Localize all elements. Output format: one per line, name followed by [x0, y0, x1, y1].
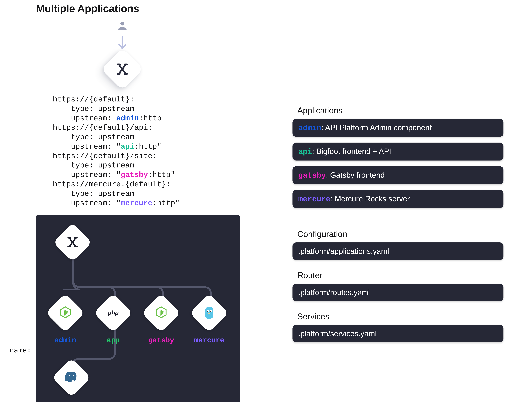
app-card-admin: admin: API Platform Admin component — [292, 119, 503, 137]
svg-point-6 — [210, 311, 211, 312]
route-type: type: upstream — [53, 190, 134, 198]
nodejs-icon — [58, 306, 73, 320]
svg-text:php: php — [108, 309, 119, 316]
routing-icon — [115, 62, 129, 76]
route-upstream-suffix: :http — [139, 114, 161, 123]
graph-label-mercure: mercure — [192, 336, 227, 344]
route-url: https://{default}/site: — [53, 152, 157, 161]
route-url: https://{default}/api: — [53, 124, 152, 132]
route-upstream-prefix: upstream: " — [53, 171, 121, 179]
config-file-path: .platform/applications.yaml — [298, 247, 389, 255]
app-card-gatsby: gatsby: Gatsby frontend — [292, 166, 503, 184]
nodejs-icon — [154, 306, 168, 320]
svg-point-5 — [207, 311, 208, 312]
routing-icon — [66, 236, 79, 249]
configuration-heading: Configuration — [297, 229, 503, 239]
route-upstream-prefix: upstream: " — [53, 142, 121, 151]
route-type: type: upstream — [53, 105, 134, 113]
columns: https://{default}: type: upstream upstre… — [36, 19, 496, 402]
services-file-card: .platform/services.yaml — [292, 325, 503, 342]
app-desc: : API Platform Admin component — [321, 123, 432, 132]
svg-point-0 — [120, 22, 124, 25]
route-upstream-key: admin — [116, 114, 139, 123]
app-card-mercure: mercure: Mercure Rocks server — [292, 190, 503, 208]
routes-code: https://{default}: type: upstream upstre… — [53, 95, 242, 208]
name-key-label: name: — [10, 346, 31, 355]
postgresql-icon — [63, 370, 79, 385]
route-type: type: upstream — [53, 161, 134, 170]
app-key: mercure — [298, 195, 330, 204]
config-file-card: .platform/applications.yaml — [292, 242, 503, 260]
router-file-card: .platform/routes.yaml — [292, 284, 503, 301]
router-node — [101, 48, 144, 90]
route-url: https://{default}: — [53, 95, 134, 104]
slide-title: Multiple Applications — [36, 2, 496, 15]
route-upstream-suffix: :http" — [148, 171, 175, 179]
request-flow — [98, 19, 146, 84]
services-file-path: .platform/services.yaml — [298, 329, 377, 338]
router-file-path: .platform/routes.yaml — [298, 288, 370, 297]
app-key: gatsby — [298, 171, 326, 180]
applications-heading: Applications — [297, 106, 503, 115]
topology-graph: admin php app — [36, 215, 240, 402]
route-upstream-prefix: upstream: — [53, 114, 116, 123]
arrow-down-icon — [117, 36, 128, 50]
route-upstream-suffix: :http" — [134, 142, 162, 151]
graph-label-app: app — [100, 336, 127, 344]
graph-label-gatsby: gatsby — [147, 336, 175, 344]
route-upstream-suffix: :http" — [152, 199, 180, 207]
route-upstream-key: api — [121, 142, 134, 151]
svg-point-8 — [69, 375, 70, 376]
svg-point-7 — [208, 313, 210, 314]
left-column: https://{default}: type: upstream upstre… — [36, 19, 242, 402]
services-heading: Services — [297, 312, 503, 321]
route-upstream-key: mercure — [121, 199, 152, 207]
route-upstream-key: gatsby — [121, 171, 148, 179]
right-column: Applications admin: API Platform Admin c… — [292, 19, 503, 348]
gopher-icon — [203, 305, 215, 321]
app-desc: : Bigfoot frontend + API — [312, 147, 391, 156]
slide: Multiple Applications — [0, 0, 532, 402]
route-upstream-prefix: upstream: " — [53, 199, 121, 207]
app-key: api — [298, 148, 312, 156]
router-heading: Router — [297, 271, 503, 280]
graph-label-admin: admin — [51, 336, 79, 344]
php-icon: php — [104, 308, 122, 318]
svg-point-9 — [73, 375, 74, 376]
app-key: admin — [298, 124, 321, 132]
app-desc: : Gatsby frontend — [326, 171, 385, 179]
app-desc: : Mercure Rocks server — [330, 194, 410, 203]
user-icon — [116, 19, 129, 33]
route-type: type: upstream — [53, 133, 134, 142]
route-url: https://mercure.{default}: — [53, 180, 171, 189]
app-card-api: api: Bigfoot frontend + API — [292, 142, 503, 161]
